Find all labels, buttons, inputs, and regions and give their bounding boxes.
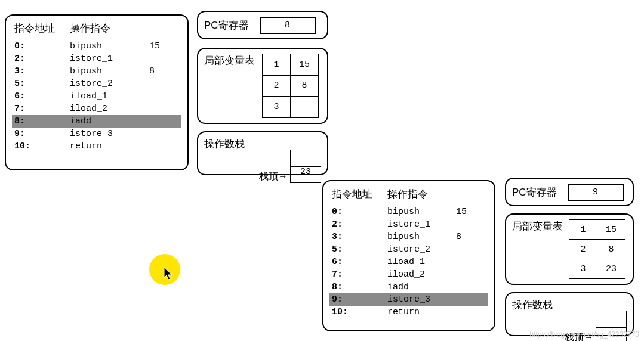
instr-op: istore_1 <box>385 218 454 231</box>
instr-arg <box>454 256 488 268</box>
instruction-row: 5:istore_2 <box>329 243 488 256</box>
instr-addr: 2: <box>12 52 67 65</box>
local-var-row: 28 <box>263 75 319 97</box>
header-op-1: 操作指令 <box>67 20 181 40</box>
instr-addr: 0: <box>329 206 385 218</box>
instr-op: iadd <box>67 115 147 128</box>
instr-op: bipush <box>67 40 147 52</box>
local-var-row: 115 <box>263 54 319 76</box>
instr-addr: 6: <box>329 256 385 268</box>
instr-op: istore_3 <box>385 293 454 306</box>
instr-arg <box>147 115 181 128</box>
instr-arg: 15 <box>454 206 488 218</box>
instr-addr: 10: <box>329 306 385 318</box>
instr-addr: 3: <box>12 65 67 78</box>
instruction-row: 10:return <box>12 140 181 153</box>
instr-addr: 9: <box>12 128 67 140</box>
pc-label-1: PC寄存器 <box>204 18 249 32</box>
instr-addr: 7: <box>12 103 67 115</box>
local-var-row: 3 <box>263 97 319 118</box>
instruction-row: 10:return <box>329 306 488 318</box>
instr-arg <box>454 281 488 293</box>
instruction-row: 6:iload_1 <box>329 256 488 268</box>
instr-addr: 5: <box>329 243 385 256</box>
instr-op: istore_3 <box>67 128 147 140</box>
instr-arg <box>454 268 488 281</box>
lv-index: 1 <box>569 220 597 240</box>
instr-op: iload_1 <box>385 256 454 268</box>
instr-arg <box>147 103 181 115</box>
watermark: https://blog.csdn.net/sg_42232770 <box>530 330 639 339</box>
header-addr-1: 指令地址 <box>12 20 67 40</box>
header-addr-2: 指令地址 <box>329 186 385 206</box>
instr-addr: 8: <box>329 281 385 293</box>
lv-index: 1 <box>263 54 291 76</box>
instr-arg <box>454 293 488 306</box>
instruction-row: 2:istore_1 <box>12 52 181 65</box>
instr-op: istore_2 <box>67 78 147 90</box>
instr-arg: 8 <box>454 231 488 243</box>
instr-op: return <box>385 306 454 318</box>
local-vars-table-2: 11528323 <box>569 219 625 279</box>
lv-value: 8 <box>291 75 319 97</box>
lv-value: 15 <box>597 220 625 240</box>
operand-stack-label-2: 操作数栈 <box>512 299 553 311</box>
instr-arg: 8 <box>147 65 181 78</box>
instr-op: iadd <box>385 281 454 293</box>
instr-op: iload_1 <box>67 90 147 103</box>
instr-op: bipush <box>385 206 454 218</box>
instruction-row: 9:istore_3 <box>12 128 181 140</box>
pc-value-1: 8 <box>260 17 316 34</box>
local-vars-panel-1: 局部变量表 115283 <box>197 48 328 124</box>
instr-addr: 0: <box>12 40 67 52</box>
local-vars-panel-2: 局部变量表 11528323 <box>505 213 634 285</box>
instr-arg <box>147 140 181 153</box>
local-vars-label-2: 局部变量表 <box>512 219 563 279</box>
header-op-2: 操作指令 <box>385 186 488 206</box>
instructions-table-1: 指令地址 操作指令 0:bipush152:istore_13:bipush85… <box>12 20 181 153</box>
cursor-icon <box>164 267 174 283</box>
instruction-row: 5:istore_2 <box>12 78 181 90</box>
local-var-row: 115 <box>569 220 625 240</box>
instruction-row: 0:bipush15 <box>329 206 488 218</box>
operand-stack-label-1: 操作数栈 <box>204 138 245 150</box>
operand-stack-panel-2: 操作数栈 栈顶→ <box>505 292 634 336</box>
pc-panel-1: PC寄存器 8 <box>197 11 328 39</box>
stack-cell <box>290 150 321 166</box>
instr-op: return <box>67 140 147 153</box>
instr-arg <box>454 218 488 231</box>
instruction-row: 3:bipush8 <box>329 231 488 243</box>
instr-arg <box>147 90 181 103</box>
stack-cell: 23 <box>290 166 321 183</box>
instr-addr: 2: <box>329 218 385 231</box>
instr-arg <box>454 243 488 256</box>
instruction-row: 2:istore_1 <box>329 218 488 231</box>
local-var-row: 323 <box>569 259 625 279</box>
instr-arg <box>147 52 181 65</box>
lv-value <box>291 97 319 118</box>
instruction-row: 3:bipush8 <box>12 65 181 78</box>
instr-op: iload_2 <box>67 103 147 115</box>
pc-panel-2: PC寄存器 9 <box>505 178 634 206</box>
instr-arg: 15 <box>147 40 181 52</box>
instr-addr: 3: <box>329 231 385 243</box>
instr-op: istore_2 <box>385 243 454 256</box>
stack-top-label-1: 栈顶→ <box>259 170 288 183</box>
instr-arg <box>147 78 181 90</box>
instruction-row: 8:iadd <box>12 115 181 128</box>
lv-index: 2 <box>263 75 291 97</box>
pc-value-2: 9 <box>568 184 624 201</box>
instr-addr: 8: <box>12 115 67 128</box>
instr-op: istore_1 <box>67 52 147 65</box>
instruction-row: 7:iload_2 <box>12 103 181 115</box>
lv-index: 3 <box>569 259 597 279</box>
local-vars-table-1: 115283 <box>262 54 319 118</box>
instr-addr: 6: <box>12 90 67 103</box>
lv-value: 23 <box>597 259 625 279</box>
local-var-row: 28 <box>569 240 625 259</box>
instr-op: bipush <box>385 231 454 243</box>
instructions-table-2: 指令地址 操作指令 0:bipush152:istore_13:bipush85… <box>329 186 488 318</box>
instructions-panel-1: 指令地址 操作指令 0:bipush152:istore_13:bipush85… <box>5 14 189 170</box>
lv-index: 3 <box>263 97 291 118</box>
instr-op: iload_2 <box>385 268 454 281</box>
